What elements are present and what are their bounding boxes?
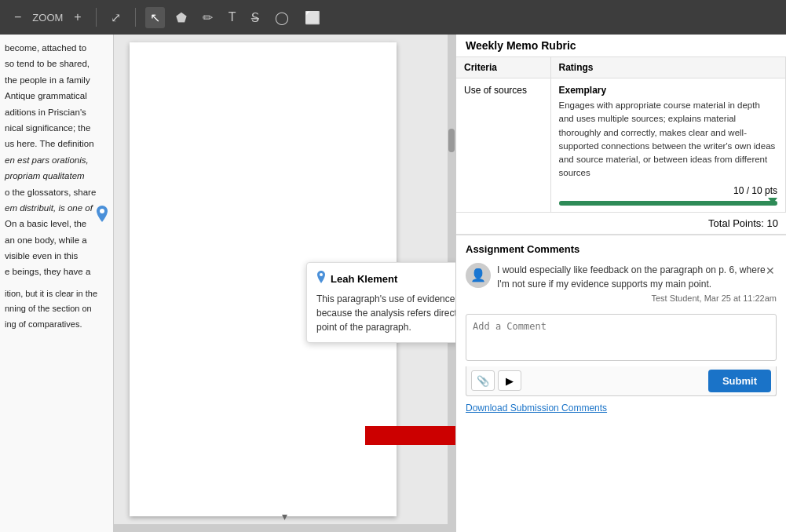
fit-icon: ⤢ bbox=[111, 10, 121, 25]
rubric-row: Use of sources Exemplary Engages with ap… bbox=[456, 78, 786, 213]
doc-line-18: ing of comparatives. bbox=[5, 318, 108, 332]
comments-section: Assignment Comments 👤 I would especially… bbox=[456, 235, 786, 533]
doc-line-8: en est pars orationis, bbox=[5, 153, 108, 167]
rubric-rating-description: Engages with appropriate course material… bbox=[559, 99, 778, 180]
download-comments-link[interactable]: Download Submission Comments bbox=[466, 403, 777, 414]
rubric-total: Total Points: 10 bbox=[456, 213, 786, 235]
doc-line-2: so tend to be shared, bbox=[5, 56, 108, 71]
doc-line-14: visible even in this bbox=[5, 249, 108, 263]
annotation-popup: Leah Klement This paragraph's use of evi… bbox=[306, 262, 455, 343]
add-comment-area: 📎 ▶ Submit bbox=[466, 314, 777, 396]
criteria-header: Criteria bbox=[456, 57, 550, 78]
media-icon: ▶ bbox=[506, 375, 514, 387]
right-panel: Weekly Memo Rubric Criteria Ratings Use … bbox=[455, 35, 786, 532]
doc-line-13: an one body, while a bbox=[5, 233, 108, 247]
rubric-progress-fill bbox=[559, 201, 778, 206]
annotation-body: This paragraph's use of evidence is more… bbox=[316, 292, 455, 334]
pencil-icon: ✏ bbox=[203, 10, 213, 25]
text-tool-button[interactable]: T bbox=[224, 7, 241, 27]
comment-meta: Test Student, Mar 25 at 11:22am bbox=[497, 293, 777, 303]
doc-line-10: o the glossators, share bbox=[5, 185, 108, 199]
submit-button[interactable]: Submit bbox=[708, 370, 771, 392]
toolbar: − ZOOM + ⤢ ↖ ⬟ ✏ T S̶ ◯ ⬜ bbox=[0, 0, 786, 35]
media-button[interactable]: ▶ bbox=[498, 370, 521, 391]
red-arrow-indicator bbox=[365, 412, 455, 461]
svg-point-1 bbox=[320, 273, 323, 276]
doc-line-11: em distribuit, is one of bbox=[5, 201, 108, 215]
svg-marker-2 bbox=[365, 416, 455, 455]
doc-panel: become, attached to so tend to be shared… bbox=[0, 35, 455, 532]
person-icon: 👤 bbox=[470, 268, 486, 282]
pin-icon: ⬟ bbox=[176, 10, 187, 25]
doc-line-12: On a basic level, the bbox=[5, 217, 108, 231]
comment-item: 👤 I would especially like feedback on th… bbox=[466, 263, 777, 303]
doc-line-17: nning of the section on bbox=[5, 302, 108, 316]
scrollbar-thumb[interactable] bbox=[448, 129, 455, 152]
zoom-out-button[interactable]: − bbox=[9, 7, 26, 27]
pointer-icon: ↖ bbox=[150, 10, 160, 25]
rubric-progress-bar bbox=[559, 201, 778, 206]
rubric-rating-cell: Exemplary Engages with appropriate cours… bbox=[550, 78, 786, 213]
doc-text-column: become, attached to so tend to be shared… bbox=[0, 35, 114, 532]
strikethrough-tool-button[interactable]: S̶ bbox=[247, 7, 264, 28]
rubric-criteria-cell: Use of sources bbox=[456, 78, 550, 213]
rubric-score: 10 / 10 pts bbox=[733, 185, 777, 196]
text-icon: T bbox=[228, 10, 236, 24]
toolbar-left: − ZOOM + ⤢ ↖ ⬟ ✏ T S̶ ◯ ⬜ bbox=[9, 7, 325, 28]
rubric-section: Weekly Memo Rubric Criteria Ratings Use … bbox=[456, 35, 786, 235]
main-content: become, attached to so tend to be shared… bbox=[0, 35, 786, 532]
add-comment-input[interactable] bbox=[466, 314, 777, 361]
ratings-header: Ratings bbox=[550, 57, 786, 78]
pencil-tool-button[interactable]: ✏ bbox=[198, 7, 218, 28]
highlight-icon: ◯ bbox=[275, 10, 289, 25]
comment-footer-icons: 📎 ▶ bbox=[471, 370, 521, 391]
doc-center: ▾ Leah Klement This paragraph's use of e… bbox=[114, 35, 455, 532]
scroll-down-indicator: ▾ bbox=[282, 510, 287, 523]
crop-tool-button[interactable]: ⬜ bbox=[300, 7, 325, 28]
rubric-table: Criteria Ratings Use of sources Exemplar… bbox=[456, 57, 786, 213]
annotation-header: Leah Klement bbox=[316, 271, 455, 287]
doc-line-9: propriam qualitatem bbox=[5, 169, 108, 183]
annotation-pin-icon bbox=[316, 271, 326, 287]
rubric-title: Weekly Memo Rubric bbox=[456, 35, 786, 57]
zoom-label: ZOOM bbox=[32, 12, 63, 24]
toolbar-divider-1 bbox=[96, 8, 97, 27]
doc-line-5: aditions in Priscian's bbox=[5, 105, 108, 119]
attach-button[interactable]: 📎 bbox=[471, 370, 495, 391]
zoom-in-button[interactable]: + bbox=[69, 7, 86, 27]
pointer-tool-button[interactable]: ↖ bbox=[145, 7, 165, 28]
doc-line-3: the people in a family bbox=[5, 73, 108, 87]
paperclip-icon: 📎 bbox=[477, 375, 489, 387]
annotation-author: Leah Klement bbox=[331, 273, 397, 285]
doc-line-16: ition, but it is clear in the bbox=[5, 287, 108, 301]
doc-line-1: become, attached to bbox=[5, 41, 108, 55]
toolbar-divider-2 bbox=[135, 8, 136, 27]
strikethrough-icon: S̶ bbox=[251, 10, 259, 25]
crop-icon: ⬜ bbox=[305, 10, 320, 25]
comment-body: I would especially like feedback on the … bbox=[497, 263, 777, 303]
comment-footer: 📎 ▶ Submit bbox=[466, 366, 777, 396]
comments-title: Assignment Comments bbox=[466, 243, 777, 255]
svg-point-0 bbox=[100, 209, 104, 213]
fit-button[interactable]: ⤢ bbox=[106, 7, 126, 28]
doc-line-4: Antique grammatical bbox=[5, 89, 108, 103]
avatar: 👤 bbox=[466, 263, 491, 288]
doc-line-6: nical significance; the bbox=[5, 121, 108, 135]
doc-line-7: us here. The definition bbox=[5, 137, 108, 151]
rubric-rating-level: Exemplary bbox=[559, 85, 778, 96]
pin-tool-button[interactable]: ⬟ bbox=[171, 7, 192, 28]
doc-line-15: e beings, they have a bbox=[5, 264, 108, 279]
horizontal-scrollbar[interactable] bbox=[114, 524, 448, 532]
pin-annotation-marker[interactable] bbox=[96, 206, 108, 230]
rubric-progress-marker bbox=[768, 198, 777, 204]
close-comment-button[interactable]: ✕ bbox=[764, 263, 777, 279]
highlight-tool-button[interactable]: ◯ bbox=[270, 7, 294, 28]
minus-icon: − bbox=[14, 10, 21, 24]
comment-text: I would especially like feedback on the … bbox=[497, 263, 777, 291]
plus-icon: + bbox=[74, 10, 81, 24]
